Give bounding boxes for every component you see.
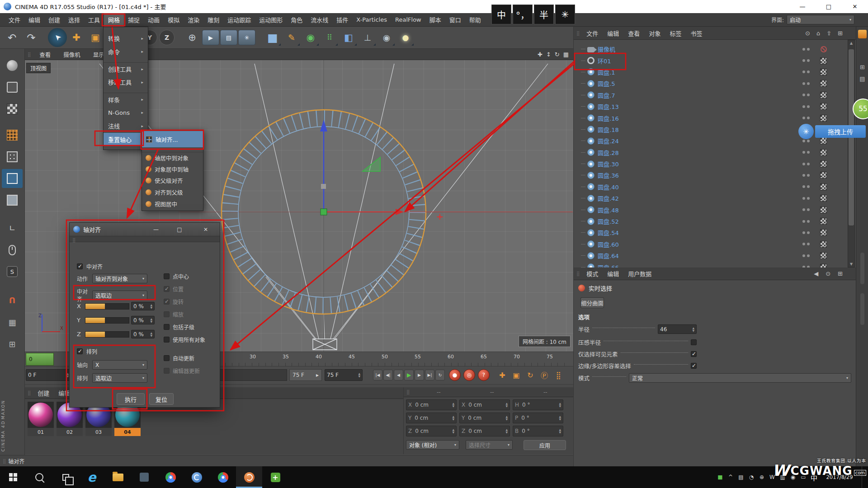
visibility-dots[interactable] — [801, 163, 810, 165]
panel-grip-icon[interactable]: ⣿ — [574, 271, 582, 276]
object-name[interactable]: 圆盘.36 — [598, 171, 619, 179]
record-scale-button[interactable]: ▣ — [510, 369, 522, 381]
object-name[interactable]: 圆盘.1 — [598, 68, 615, 76]
record-help-button[interactable]: ? — [478, 369, 490, 381]
visibility-dots[interactable] — [801, 231, 810, 234]
object-row[interactable]: 圆盘.48 — [574, 204, 848, 215]
record-rotation-button[interactable]: ↻ — [524, 369, 536, 381]
browser-icon[interactable] — [210, 466, 236, 488]
menu-item[interactable]: 捕捉 — [124, 13, 144, 27]
object-manager-menu-item[interactable]: 查看 — [623, 29, 644, 38]
object-name[interactable]: 圆盘.60 — [598, 240, 619, 249]
option-checkbox[interactable] — [164, 355, 170, 361]
viewport-menu-item[interactable]: 摄像机 — [57, 50, 87, 59]
visibility-dots[interactable] — [801, 151, 810, 154]
submenu-item[interactable]: 使父级对齐 — [142, 175, 203, 187]
texture-tag-icon[interactable] — [820, 103, 827, 110]
attributes-menu-item[interactable]: 模式 — [582, 269, 603, 278]
pan-view-icon[interactable]: ✚ — [538, 51, 542, 58]
menu-item[interactable]: 选择 — [64, 13, 84, 27]
arrange-checkbox[interactable] — [77, 348, 83, 354]
environment-button[interactable]: ⊥ — [358, 28, 377, 47]
mesh-menu-item[interactable]: N-Gons▸ — [104, 106, 148, 120]
dialog-option[interactable]: 旋转 — [164, 295, 219, 308]
ime-settings-icon[interactable]: ✳ — [555, 5, 575, 24]
rotation-field[interactable]: P0 °▲▼ — [513, 413, 563, 423]
submenu-item[interactable]: 轴对齐... — [142, 131, 203, 147]
live-selection-tool[interactable]: ➤ — [48, 28, 67, 47]
edge-icon[interactable]: e — [79, 466, 105, 488]
dialog-close-button[interactable]: ✕ — [199, 223, 212, 236]
object-manager-menu-item[interactable]: 文件 — [582, 29, 603, 38]
arrange-mode-select[interactable]: 选取边▾ — [92, 373, 147, 383]
texture-tag-icon[interactable] — [820, 160, 827, 167]
object-name[interactable]: 圆盘.28 — [598, 148, 619, 157]
dialog-title-bar[interactable]: 轴对齐 — □ ✕ — [70, 223, 220, 236]
object-name[interactable]: 圆盘.40 — [598, 183, 619, 191]
play-button[interactable]: ▶ — [404, 370, 414, 380]
menu-item[interactable]: 文件 — [5, 13, 24, 27]
visibility-dots[interactable] — [801, 48, 810, 51]
c4d-blue-icon[interactable] — [184, 466, 210, 488]
texture-tag-icon[interactable] — [820, 80, 827, 87]
tray-icon[interactable]: ▤ — [738, 474, 744, 480]
home-icon[interactable]: ⌂ — [814, 30, 822, 37]
texture-tag-icon[interactable] — [820, 252, 827, 259]
size-mode-select[interactable]: 选择尺寸▾ — [466, 440, 513, 450]
rotate-view-icon[interactable]: ↻ — [555, 51, 560, 58]
viewport-menu-item[interactable]: 查看 — [33, 50, 57, 59]
texture-tag-icon[interactable] — [820, 206, 827, 213]
quantize-grid-icon[interactable]: ⊞ — [2, 334, 23, 353]
mesh-menu-item[interactable]: 移动工具▸ — [104, 75, 148, 89]
menu-item[interactable]: 编辑 — [24, 13, 44, 27]
autokey-button[interactable]: ◎ — [463, 369, 475, 381]
option-checkbox[interactable] — [164, 311, 170, 317]
submenu-item[interactable]: 视图居中 — [142, 198, 203, 210]
object-row[interactable]: 圆盘.54 — [574, 227, 848, 238]
coordinate-mode-select[interactable]: 对象 (相对)▾ — [406, 440, 459, 450]
axis-slider[interactable] — [85, 303, 129, 310]
file-explorer-icon[interactable] — [105, 466, 131, 488]
action-select[interactable]: 轴对齐到对象▾ — [92, 274, 147, 283]
record-position-button[interactable]: ✚ — [496, 369, 508, 381]
menu-item[interactable]: RealFlow — [391, 13, 425, 27]
render-picture-viewer-button[interactable]: ▤ — [220, 30, 237, 45]
visibility-dots[interactable] — [801, 208, 810, 211]
object-manager-menu-item[interactable]: 编辑 — [603, 29, 623, 38]
object-row[interactable]: 圆盘.64 — [574, 250, 848, 261]
dialog-option[interactable]: 编辑器更新 — [164, 364, 219, 377]
end-frame-field[interactable]: 75 F▲▼ — [325, 369, 363, 381]
visibility-dots[interactable] — [801, 254, 810, 257]
dock-icon[interactable]: ▤ — [858, 75, 867, 83]
visible-only-checkbox[interactable] — [691, 351, 697, 357]
script-dock-icon[interactable] — [858, 30, 867, 38]
object-name[interactable]: 环01 — [598, 56, 611, 65]
dialog-grip[interactable]: ⣿ — [70, 236, 220, 242]
texture-tag-icon[interactable] — [820, 172, 827, 178]
timeline-playhead[interactable]: 0 — [26, 353, 54, 366]
texture-tag-icon[interactable] — [820, 115, 827, 122]
object-name[interactable]: 圆盘.13 — [598, 102, 619, 111]
axis-workplane-icon[interactable]: ∟ — [2, 219, 23, 238]
object-name[interactable]: 圆盘.64 — [598, 251, 619, 260]
object-row[interactable]: 圆盘.16 — [574, 112, 848, 123]
coordinate-system[interactable]: ⊕ — [183, 28, 202, 47]
object-manager-scrollbar[interactable]: ▲ ▼ — [848, 40, 855, 267]
texture-tag-icon[interactable] — [821, 46, 827, 52]
menu-item[interactable]: 运动图形 — [255, 13, 287, 27]
hidden-icons-button[interactable]: ^ — [727, 474, 734, 480]
workplane-mode-icon[interactable] — [2, 126, 23, 145]
mesh-menu-item[interactable]: 命令▸ — [104, 45, 148, 59]
clock[interactable]: 2017/8/29 — [821, 474, 858, 480]
object-row[interactable]: 圆盘.30 — [574, 158, 848, 169]
lock-z-axis[interactable]: Z — [159, 30, 175, 45]
search-icon[interactable]: ⊙ — [803, 30, 812, 37]
size-field[interactable]: Y0 cm▲▼ — [459, 413, 510, 423]
object-name[interactable]: 圆盘.5 — [598, 79, 615, 88]
option-checkbox[interactable] — [164, 324, 170, 330]
dialog-option[interactable]: 点中心 — [164, 270, 219, 282]
visibility-dots[interactable] — [801, 59, 810, 62]
visibility-dots[interactable] — [801, 185, 810, 188]
app-icon[interactable] — [131, 466, 157, 488]
subdivision-surface-button[interactable]: ◉ — [301, 28, 320, 47]
